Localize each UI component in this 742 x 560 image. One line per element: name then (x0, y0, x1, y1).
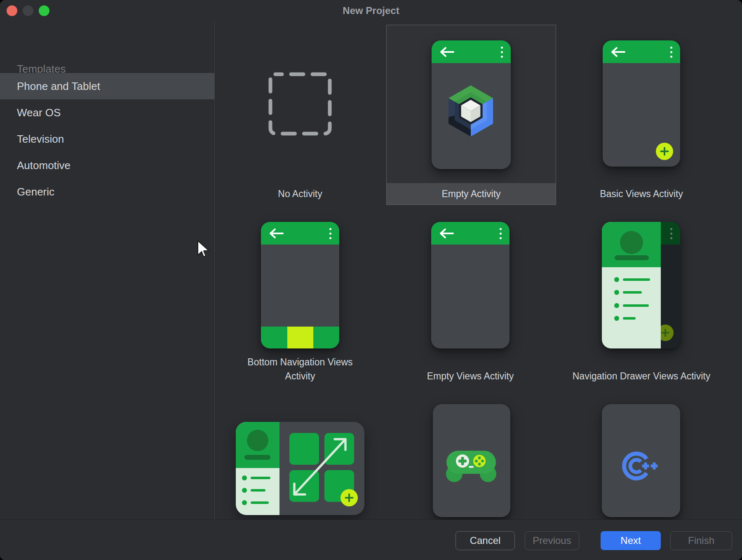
jetpack-compose-icon (445, 83, 496, 139)
name-placeholder (244, 455, 270, 460)
expand-arrow-icon (289, 433, 351, 500)
back-arrow-icon (439, 47, 455, 57)
sidebar-item-wear-os[interactable]: Wear OS (0, 99, 214, 126)
bottom-nav-bar (261, 327, 339, 348)
back-arrow-icon (610, 47, 626, 57)
name-placeholder (615, 255, 649, 260)
template-card-empty-views-activity[interactable] (431, 222, 510, 348)
overflow-menu-icon (500, 228, 502, 239)
template-card-primary-detail[interactable] (236, 422, 364, 515)
cancel-button[interactable]: Cancel (456, 531, 515, 550)
template-label-bottom-navigation: Bottom Navigation Views Activity (238, 355, 362, 383)
template-label-basic-views-activity: Basic Views Activity (580, 187, 703, 201)
fab-plus-icon (656, 143, 673, 160)
avatar (620, 231, 643, 254)
template-label-empty-views-activity: Empty Views Activity (409, 369, 532, 383)
finish-button[interactable]: Finish (670, 531, 732, 550)
template-label-navigation-drawer: Navigation Drawer Views Activity (555, 369, 728, 383)
fab-plus-icon (340, 489, 358, 506)
dashed-placeholder-icon[interactable] (268, 72, 332, 136)
appbar (261, 222, 339, 245)
back-arrow-icon (439, 228, 454, 239)
game-controller-icon (444, 450, 498, 483)
cpp-icon (621, 449, 662, 482)
overflow-menu-icon (670, 47, 672, 58)
template-card-bottom-navigation[interactable] (261, 222, 339, 348)
phone-mockup (432, 40, 511, 169)
avatar (247, 430, 268, 451)
appbar (432, 40, 511, 63)
template-card-game-activity[interactable] (433, 404, 510, 517)
overflow-menu-icon (501, 47, 503, 58)
titlebar: New Project (0, 0, 742, 21)
list-panel (236, 422, 279, 515)
overflow-menu-icon (670, 228, 672, 239)
sidebar-item-phone-and-tablet[interactable]: Phone and Tablet (0, 73, 214, 99)
next-button[interactable]: Next (601, 531, 661, 550)
sidebar-item-television[interactable]: Television (0, 126, 214, 152)
template-label-no-activity: No Activity (238, 187, 362, 201)
template-card-basic-views-activity[interactable] (603, 40, 680, 167)
previous-button[interactable]: Previous (525, 531, 579, 550)
dialog-footer: Cancel Previous Next Finish (0, 520, 742, 560)
appbar (431, 222, 510, 245)
template-card-navigation-drawer[interactable] (602, 222, 680, 348)
template-card-empty-activity[interactable]: Empty Activity (386, 25, 556, 205)
sidebar-item-generic[interactable]: Generic (0, 179, 214, 205)
template-card-native-cpp[interactable] (602, 404, 680, 517)
template-label-empty-activity: Empty Activity (387, 183, 556, 205)
templates-sidebar: Templates Phone and Tablet Wear OS Telev… (0, 21, 215, 520)
window-title: New Project (0, 0, 742, 21)
sidebar-item-automotive[interactable]: Automotive (0, 152, 214, 179)
appbar (603, 40, 680, 63)
back-arrow-icon (268, 228, 284, 239)
overflow-menu-icon (329, 228, 331, 239)
nav-drawer-panel (602, 222, 661, 348)
new-project-dialog: New Project Templates Phone and Tablet W… (0, 0, 742, 560)
